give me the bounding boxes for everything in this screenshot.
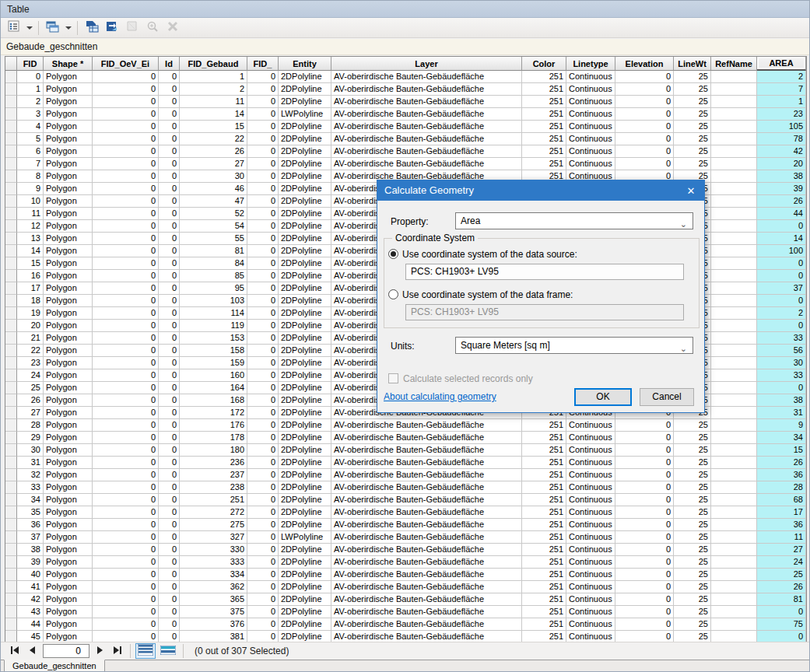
cell-fid_oev_ei[interactable]: 0 xyxy=(93,345,159,357)
cell-fid_oev_ei[interactable]: 0 xyxy=(93,233,159,245)
cell-elevation[interactable]: 0 xyxy=(615,519,674,531)
cell-fid[interactable]: 25 xyxy=(17,382,44,394)
cell-fid_oev_ei[interactable]: 0 xyxy=(93,282,159,295)
cell-fid_gebaud[interactable]: 168 xyxy=(180,394,247,407)
cell-color[interactable]: 251 xyxy=(522,506,566,519)
cell-fid[interactable]: 14 xyxy=(17,245,44,257)
cell-entity[interactable]: 2DPolyline xyxy=(279,183,331,195)
cell-fid_[interactable]: 0 xyxy=(247,394,279,407)
cell-fid_[interactable]: 0 xyxy=(247,432,279,444)
cell-linewt[interactable]: 25 xyxy=(674,444,711,457)
cell-fid_gebaud[interactable]: 159 xyxy=(180,357,247,369)
cell-fid_[interactable]: 0 xyxy=(247,618,279,631)
cell-linetype[interactable]: Continuous xyxy=(566,469,615,481)
cell-fid_oev_ei[interactable]: 0 xyxy=(93,183,159,195)
cell-fid_oev_ei[interactable]: 0 xyxy=(93,220,159,233)
cell-id[interactable]: 0 xyxy=(159,556,180,569)
cell-fid_oev_ei[interactable]: 0 xyxy=(93,307,159,320)
cell-fid_oev_ei[interactable]: 0 xyxy=(93,618,159,631)
cell-linetype[interactable]: Continuous xyxy=(566,158,615,170)
record-number-input[interactable] xyxy=(43,644,89,658)
cell-fid[interactable]: 0 xyxy=(17,71,44,83)
row-selector[interactable] xyxy=(5,481,17,494)
cell-fid_oev_ei[interactable]: 0 xyxy=(93,257,159,270)
row-selector[interactable] xyxy=(5,270,17,282)
row-selector[interactable] xyxy=(5,170,17,183)
row-selector[interactable] xyxy=(5,531,17,544)
cell-elevation[interactable]: 0 xyxy=(615,481,674,494)
cell-refname[interactable] xyxy=(711,133,757,145)
cell-shape[interactable]: Polygon xyxy=(44,208,93,220)
cell-elevation[interactable]: 0 xyxy=(615,494,674,506)
cell-fid[interactable]: 36 xyxy=(17,519,44,531)
row-selector[interactable] xyxy=(5,593,17,606)
cell-layer[interactable]: AV-oberirdische Bauten-Gebäudefläche xyxy=(331,494,522,506)
cell-elevation[interactable]: 0 xyxy=(615,133,674,145)
dialog-close-button[interactable]: ✕ xyxy=(678,180,704,201)
cell-shape[interactable]: Polygon xyxy=(44,96,93,108)
cell-entity[interactable]: 2DPolyline xyxy=(279,233,331,245)
cell-fid[interactable]: 8 xyxy=(17,170,44,183)
cell-fid_[interactable]: 0 xyxy=(247,444,279,457)
cell-linewt[interactable]: 25 xyxy=(674,481,711,494)
cell-elevation[interactable]: 0 xyxy=(615,531,674,544)
cell-color[interactable]: 251 xyxy=(522,457,566,469)
cell-fid_[interactable]: 0 xyxy=(247,369,279,382)
cell-color[interactable]: 251 xyxy=(522,432,566,444)
cell-linetype[interactable]: Continuous xyxy=(566,96,615,108)
row-selector[interactable] xyxy=(5,382,17,394)
cell-id[interactable]: 0 xyxy=(159,494,180,506)
cell-area[interactable]: 100 xyxy=(757,245,806,257)
cell-linewt[interactable]: 25 xyxy=(674,531,711,544)
cell-refname[interactable] xyxy=(711,170,757,183)
cell-fid_gebaud[interactable]: 375 xyxy=(180,606,247,618)
cell-shape[interactable]: Polygon xyxy=(44,494,93,506)
cell-entity[interactable]: 2DPolyline xyxy=(279,494,331,506)
cell-linewt[interactable]: 25 xyxy=(674,494,711,506)
cancel-button[interactable]: Cancel xyxy=(640,388,694,406)
cell-entity[interactable]: 2DPolyline xyxy=(279,444,331,457)
cell-fid_oev_ei[interactable]: 0 xyxy=(93,83,159,96)
cell-layer[interactable]: AV-oberirdische Bauten-Gebäudefläche xyxy=(331,544,522,556)
cell-elevation[interactable]: 0 xyxy=(615,71,674,83)
cell-fid_[interactable]: 0 xyxy=(247,345,279,357)
cell-color[interactable]: 251 xyxy=(522,556,566,569)
cell-fid[interactable]: 23 xyxy=(17,357,44,369)
cell-fid[interactable]: 44 xyxy=(17,618,44,631)
cell-linetype[interactable]: Continuous xyxy=(566,593,615,606)
cell-shape[interactable]: Polygon xyxy=(44,121,93,133)
cell-entity[interactable]: 2DPolyline xyxy=(279,618,331,631)
cell-color[interactable]: 251 xyxy=(522,83,566,96)
cell-id[interactable]: 0 xyxy=(159,96,180,108)
cell-entity[interactable]: 2DPolyline xyxy=(279,307,331,320)
cell-linetype[interactable]: Continuous xyxy=(566,631,615,642)
cell-fid[interactable]: 40 xyxy=(17,569,44,581)
row-selector[interactable] xyxy=(5,121,17,133)
cell-shape[interactable]: Polygon xyxy=(44,432,93,444)
cell-fid_gebaud[interactable]: 84 xyxy=(180,257,247,270)
cell-refname[interactable] xyxy=(711,618,757,631)
cell-color[interactable]: 251 xyxy=(522,71,566,83)
cell-shape[interactable]: Polygon xyxy=(44,544,93,556)
ok-button[interactable]: OK xyxy=(574,388,632,406)
cell-shape[interactable]: Polygon xyxy=(44,419,93,432)
cell-elevation[interactable]: 0 xyxy=(615,556,674,569)
cell-fid_[interactable]: 0 xyxy=(247,569,279,581)
cell-fid_oev_ei[interactable]: 0 xyxy=(93,419,159,432)
cell-fid_oev_ei[interactable]: 0 xyxy=(93,108,159,121)
cell-fid_oev_ei[interactable]: 0 xyxy=(93,519,159,531)
cell-linewt[interactable]: 25 xyxy=(674,145,711,158)
cell-entity[interactable]: 2DPolyline xyxy=(279,270,331,282)
cell-area[interactable]: 56 xyxy=(757,345,806,357)
cell-elevation[interactable]: 0 xyxy=(615,544,674,556)
cell-area[interactable]: 0 xyxy=(757,320,806,332)
cell-linewt[interactable]: 25 xyxy=(674,432,711,444)
cell-shape[interactable]: Polygon xyxy=(44,158,93,170)
cell-layer[interactable]: AV-oberirdische Bauten-Gebäudefläche xyxy=(331,71,522,83)
cell-fid_[interactable]: 0 xyxy=(247,195,279,208)
cell-area[interactable]: 30 xyxy=(757,357,806,369)
cell-refname[interactable] xyxy=(711,407,757,419)
cell-fid_[interactable]: 0 xyxy=(247,220,279,233)
row-selector[interactable] xyxy=(5,369,17,382)
cell-refname[interactable] xyxy=(711,320,757,332)
